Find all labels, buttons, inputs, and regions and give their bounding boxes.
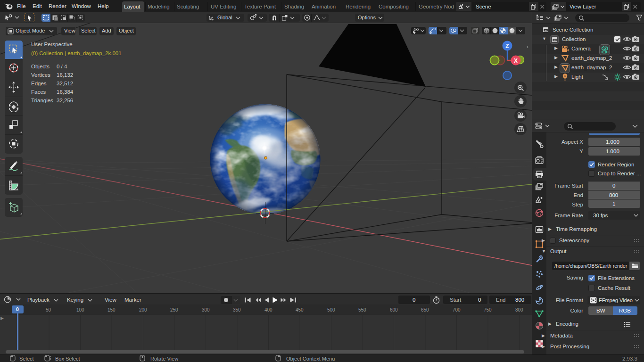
svg-text:X: X	[514, 58, 518, 64]
svg-text:Z: Z	[505, 43, 509, 49]
